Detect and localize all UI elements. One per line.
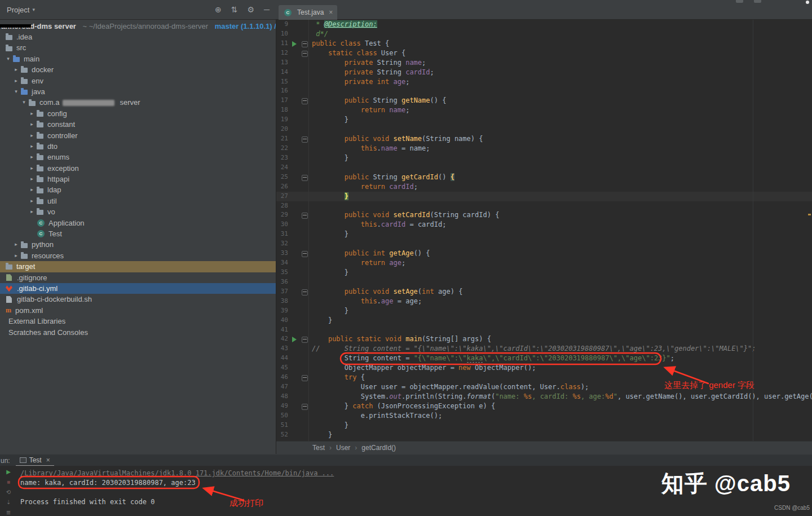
code-line-42[interactable]: 42 public static void main(String[] args… — [276, 334, 812, 344]
code-line-14[interactable]: 14 private String cardId; — [276, 68, 812, 77]
tree-item-httpapi[interactable]: ▸httpapi — [0, 174, 276, 184]
breadcrumb-item-getcardid[interactable]: getCardId() — [361, 444, 396, 452]
tree-item-com-a[interactable]: ▾com.aserver — [0, 97, 276, 108]
code-line-11[interactable]: 11public class Test { — [276, 39, 812, 48]
code-line-33[interactable]: 33 public int getAge() { — [276, 249, 812, 258]
expand-arrow-icon[interactable]: ▸ — [28, 152, 36, 162]
maximize-icon[interactable] — [754, 0, 761, 3]
code-line-45[interactable]: 45 ObjectMapper objectMapper = new Objec… — [276, 363, 812, 373]
tree-item-java[interactable]: ▾java — [0, 86, 276, 97]
code-line-13[interactable]: 13 private String name; — [276, 58, 812, 68]
code-line-12[interactable]: 12 static class User { — [276, 48, 812, 58]
tree-item-python[interactable]: ▸python — [0, 239, 276, 250]
editor-tab-test-java[interactable]: C Test.java × — [279, 5, 337, 20]
run-icon[interactable] — [292, 41, 297, 47]
expand-arrow-icon[interactable]: ▸ — [28, 163, 36, 174]
tree-item-docker[interactable]: ▸docker — [0, 64, 276, 75]
code-line-49[interactable]: 49 } catch (JsonProcessingException e) { — [276, 402, 812, 411]
code-line-22[interactable]: 22 this.name = name; — [276, 144, 812, 153]
code-line-28[interactable]: 28 — [276, 201, 812, 211]
tree-item-resources[interactable]: ▸resources — [0, 250, 276, 261]
fold-icon[interactable] — [302, 251, 308, 257]
expand-arrow-icon[interactable]: ▸ — [28, 184, 36, 195]
code-line-27[interactable]: 27 } — [276, 192, 812, 201]
fold-icon[interactable] — [302, 404, 308, 410]
settings-icon[interactable]: ⚙ — [248, 5, 255, 14]
tree-item-project-root[interactable]: annoroad-dms server ~ ~/IdeaProjects/ann… — [0, 20, 276, 32]
fold-icon[interactable] — [302, 375, 308, 381]
fold-icon[interactable] — [302, 213, 308, 219]
code-line-35[interactable]: 35 } — [276, 268, 812, 277]
code-line-48[interactable]: 48 System.out.println(String.format("nam… — [276, 392, 812, 402]
code-line-25[interactable]: 25 public String getCardId() { — [276, 173, 812, 182]
expand-arrow-icon[interactable]: ▸ — [12, 64, 20, 75]
fold-icon[interactable] — [302, 337, 308, 343]
expand-arrow-icon[interactable]: ▸ — [28, 206, 36, 217]
stop-icon[interactable]: ■ — [7, 479, 10, 485]
expand-arrow-icon[interactable]: ▸ — [28, 141, 36, 152]
code-line-40[interactable]: 40 } — [276, 316, 812, 325]
code-line-10[interactable]: 10 d*/ — [276, 29, 812, 39]
tree-item-config[interactable]: ▸config — [0, 108, 276, 119]
tree-item-idea[interactable]: .idea — [0, 32, 276, 42]
expand-arrow-icon[interactable]: ▾ — [5, 54, 12, 64]
code-line-17[interactable]: 17 public String getName() { — [276, 96, 812, 105]
locate-icon[interactable]: ⊕ — [215, 5, 222, 14]
code-line-41[interactable]: 41 — [276, 325, 812, 335]
fold-icon[interactable] — [302, 98, 308, 104]
tree-item-pom-xml[interactable]: mpom.xml — [0, 305, 276, 316]
tree-item-ldap[interactable]: ▸ldap — [0, 184, 276, 195]
expand-arrow-icon[interactable]: ▸ — [28, 119, 36, 130]
run-tab-test[interactable]: Test × — [16, 456, 54, 466]
close-icon[interactable]: × — [329, 8, 333, 16]
run-icon[interactable] — [292, 337, 297, 342]
tree-item-main[interactable]: ▾main — [0, 54, 276, 64]
hide-panel-icon[interactable]: ─ — [264, 5, 270, 14]
expand-arrow-icon[interactable]: ▸ — [12, 250, 20, 261]
code-line-23[interactable]: 23 } — [276, 153, 812, 163]
expand-arrow-icon[interactable]: ▸ — [12, 76, 20, 86]
tree-item-target[interactable]: target — [0, 261, 276, 272]
fold-icon[interactable] — [302, 41, 308, 47]
code-line-39[interactable]: 39 } — [276, 306, 812, 316]
code-line-34[interactable]: 34 return age; — [276, 258, 812, 268]
tree-item-vo[interactable]: ▸vo — [0, 206, 276, 217]
code-line-30[interactable]: 30 this.cardId = cardId; — [276, 220, 812, 230]
tree-item-src[interactable]: src — [0, 42, 276, 53]
code-line-16[interactable]: 16 — [276, 86, 812, 96]
tree-item-external-libraries[interactable]: External Libraries — [0, 316, 276, 327]
tree-item-test[interactable]: CTest — [0, 228, 276, 239]
tree-item-gitignore[interactable]: .gitignore — [0, 272, 276, 283]
tree-item-scratches-and-consoles[interactable]: Scratches and Consoles — [0, 327, 276, 338]
code-line-50[interactable]: 50 e.printStackTrace(); — [276, 411, 812, 421]
tree-item-enums[interactable]: ▸enums — [0, 152, 276, 162]
tree-item-env[interactable]: ▸env — [0, 76, 276, 86]
code-line-36[interactable]: 36 — [276, 277, 812, 287]
code-line-43[interactable]: 43// String content = "{\"name\":\"kaka\… — [276, 344, 812, 354]
expand-arrow-icon[interactable]: ▸ — [12, 239, 20, 250]
rerun-icon[interactable]: ▶ — [6, 469, 11, 475]
breadcrumb-item-user[interactable]: User — [336, 444, 350, 452]
tree-item-util[interactable]: ▸util — [0, 196, 276, 206]
code-line-24[interactable]: 24 — [276, 163, 812, 173]
tree-item-dto[interactable]: ▸dto — [0, 141, 276, 152]
code-line-15[interactable]: 15 private int age; — [276, 77, 812, 87]
expand-arrow-icon[interactable]: ▸ — [28, 130, 36, 141]
expand-arrow-icon[interactable]: ▾ — [12, 86, 20, 97]
fold-icon[interactable] — [302, 289, 308, 296]
fold-icon[interactable] — [302, 51, 308, 57]
tree-item-gitlab-ci-dockerbuild-sh[interactable]: gitlab-ci-dockerbuild.sh — [0, 294, 276, 305]
code-line-38[interactable]: 38 this.age = age; — [276, 297, 812, 306]
collapse-all-icon[interactable]: ⇅ — [231, 5, 238, 14]
tree-item-application[interactable]: CApplication — [0, 218, 276, 228]
code-line-44[interactable]: 44 String content = "{\"name\":\"kaka\",… — [276, 354, 812, 363]
restore-layout-icon[interactable]: ⟲ — [6, 489, 11, 495]
code-line-20[interactable]: 20 — [276, 125, 812, 134]
code-line-26[interactable]: 26 return cardId; — [276, 182, 812, 192]
code-line-21[interactable]: 21 public void setName(String name) { — [276, 134, 812, 144]
code-area[interactable]: 9 * @Description:10 d*/11public class Te… — [276, 20, 812, 441]
soft-wrap-icon[interactable]: ≣ — [6, 510, 11, 515]
tree-item-gitlab-ci-yml[interactable]: .gitlab-ci.yml — [0, 283, 276, 294]
code-line-18[interactable]: 18 return name; — [276, 105, 812, 115]
fold-icon[interactable] — [302, 175, 308, 181]
